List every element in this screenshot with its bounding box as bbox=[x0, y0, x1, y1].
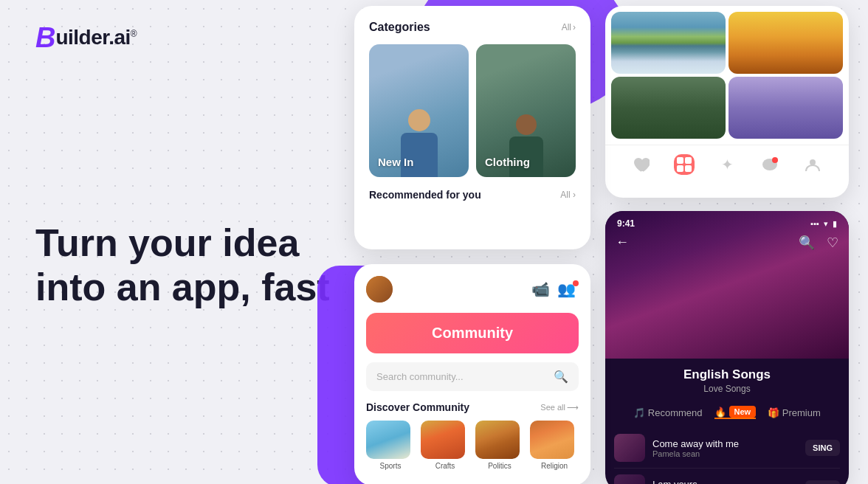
sing-button-1[interactable]: SING bbox=[805, 440, 840, 456]
music-hero-bg: 9:41 ▪▪▪ ▾ ▮ ← 🔍 ♡ bbox=[605, 211, 849, 359]
chat-nav-icon[interactable] bbox=[760, 154, 780, 175]
discover-item-crafts[interactable]: Crafts bbox=[421, 421, 469, 470]
dating-photos-grid bbox=[605, 6, 849, 139]
notification-dot bbox=[573, 280, 579, 286]
search-icon: 🔍 bbox=[554, 370, 568, 384]
category-item-clothing[interactable]: Clothing bbox=[476, 44, 576, 177]
song-info-1: Come away with me Pamela sean bbox=[652, 438, 798, 458]
svg-point-1 bbox=[772, 157, 778, 163]
community-action-icons: 📹 👥 bbox=[531, 280, 579, 298]
new-tab-label: 🔥 bbox=[714, 407, 726, 418]
sing-button-2[interactable]: SING bbox=[805, 480, 840, 484]
community-button[interactable]: Community bbox=[366, 313, 579, 353]
music-subtitle: Love Songs bbox=[617, 384, 837, 394]
community-search-bar[interactable]: Search community... 🔍 bbox=[366, 362, 579, 391]
community-card: 📹 👥 Community Search community... 🔍 Disc… bbox=[354, 264, 590, 484]
chevron-right-icon: › bbox=[573, 22, 576, 32]
categories-header: Categories All › bbox=[369, 21, 576, 34]
search-placeholder-text: Search community... bbox=[376, 371, 548, 382]
song-artist-1: Pamela sean bbox=[652, 449, 798, 458]
shopping-card: Categories All › New In Clothing bbox=[354, 6, 590, 249]
music-tab-new[interactable]: 🔥 New bbox=[714, 406, 757, 419]
song-name-2: I am yours bbox=[652, 479, 798, 485]
dating-card: ✦ bbox=[605, 6, 849, 198]
religion-thumbnail bbox=[530, 421, 574, 459]
new-badge: New bbox=[729, 406, 757, 418]
photo-forest[interactable] bbox=[611, 77, 726, 139]
music-status-icons: ▪▪▪ ▾ ▮ bbox=[810, 219, 837, 229]
recommend-tab-label: 🎵 Recommend bbox=[633, 407, 702, 418]
profile-nav-icon[interactable] bbox=[802, 154, 823, 175]
signal-icon: ▪▪▪ bbox=[810, 219, 819, 229]
heart-music-icon[interactable]: ♡ bbox=[827, 235, 838, 251]
category-label-clothing: Clothing bbox=[485, 156, 530, 168]
music-time: 9:41 bbox=[617, 218, 635, 229]
song-name-1: Come away with me bbox=[652, 438, 798, 449]
music-title: English Songs bbox=[617, 367, 837, 382]
sparkle-nav-icon[interactable]: ✦ bbox=[717, 154, 737, 175]
music-tabs: 🎵 Recommend 🔥 New 🎁 Premium bbox=[605, 400, 849, 425]
wifi-icon: ▾ bbox=[824, 219, 828, 229]
discover-grid: Sports Crafts Politics Religion bbox=[366, 421, 579, 470]
categories-title: Categories bbox=[369, 21, 430, 34]
categories-grid: New In Clothing bbox=[369, 44, 576, 177]
logo-icon: B bbox=[35, 24, 55, 52]
grid-nav-icon[interactable] bbox=[674, 154, 695, 175]
discover-item-politics[interactable]: Politics bbox=[475, 421, 524, 470]
song-info-2: I am yours Johan Dave bbox=[652, 479, 798, 485]
photo-lake[interactable] bbox=[611, 12, 726, 74]
politics-thumbnail bbox=[475, 421, 520, 459]
main-headline: Turn your idea into an app, fast bbox=[35, 221, 330, 310]
politics-label: Politics bbox=[475, 462, 524, 470]
video-icon[interactable]: 📹 bbox=[531, 280, 550, 298]
music-singer-image bbox=[605, 211, 849, 359]
category-label-new: New In bbox=[378, 156, 413, 168]
community-avatar bbox=[366, 276, 393, 302]
logo[interactable]: B uilder.ai® bbox=[35, 24, 137, 52]
discover-item-sports[interactable]: Sports bbox=[366, 421, 415, 470]
heart-nav-icon[interactable] bbox=[631, 154, 652, 175]
see-all-link[interactable]: See all ⟶ bbox=[540, 403, 579, 412]
search-music-icon[interactable]: 🔍 bbox=[799, 235, 815, 251]
recommended-all[interactable]: All › bbox=[560, 190, 576, 200]
music-card: 9:41 ▪▪▪ ▾ ▮ ← 🔍 ♡ English Songs Love So… bbox=[605, 211, 849, 484]
music-action-buttons: 🔍 ♡ bbox=[799, 235, 838, 251]
song-row-2[interactable]: I am yours Johan Dave SING bbox=[614, 469, 840, 484]
sports-thumbnail bbox=[366, 421, 410, 459]
discover-title: Discover Community bbox=[366, 401, 469, 413]
music-back-button[interactable]: ← bbox=[616, 235, 629, 250]
crafts-label: Crafts bbox=[421, 462, 469, 470]
category-item-new[interactable]: New In bbox=[369, 44, 469, 177]
music-tab-premium[interactable]: 🎁 Premium bbox=[768, 406, 821, 419]
song-thumbnail-1 bbox=[614, 434, 645, 462]
premium-tab-label: 🎁 Premium bbox=[768, 407, 821, 418]
categories-all[interactable]: All › bbox=[562, 22, 576, 32]
music-songs-list: Come away with me Pamela sean SING I am … bbox=[605, 428, 849, 484]
discover-item-religion[interactable]: Religion bbox=[530, 421, 579, 470]
photo-drink[interactable] bbox=[728, 12, 843, 74]
sports-label: Sports bbox=[366, 462, 415, 470]
dating-nav: ✦ bbox=[605, 145, 849, 181]
recommended-title: Recommended for you bbox=[369, 189, 481, 201]
logo-text: uilder.ai® bbox=[55, 26, 137, 49]
music-tab-recommend[interactable]: 🎵 Recommend bbox=[633, 406, 702, 419]
community-chat-icon[interactable]: 👥 bbox=[557, 280, 579, 298]
religion-label: Religion bbox=[530, 462, 579, 470]
recommended-header: Recommended for you All › bbox=[369, 189, 576, 201]
song-row-1[interactable]: Come away with me Pamela sean SING bbox=[614, 428, 840, 469]
crafts-thumbnail bbox=[421, 421, 465, 459]
photo-purple[interactable] bbox=[728, 77, 843, 139]
music-status-bar: 9:41 ▪▪▪ ▾ ▮ bbox=[605, 211, 849, 232]
community-card-header: 📹 👥 bbox=[366, 276, 579, 302]
battery-icon: ▮ bbox=[833, 219, 837, 229]
svg-point-2 bbox=[810, 159, 816, 165]
music-info: English Songs Love Songs bbox=[605, 359, 849, 400]
discover-header: Discover Community See all ⟶ bbox=[366, 401, 579, 413]
song-thumbnail-2 bbox=[614, 474, 645, 484]
